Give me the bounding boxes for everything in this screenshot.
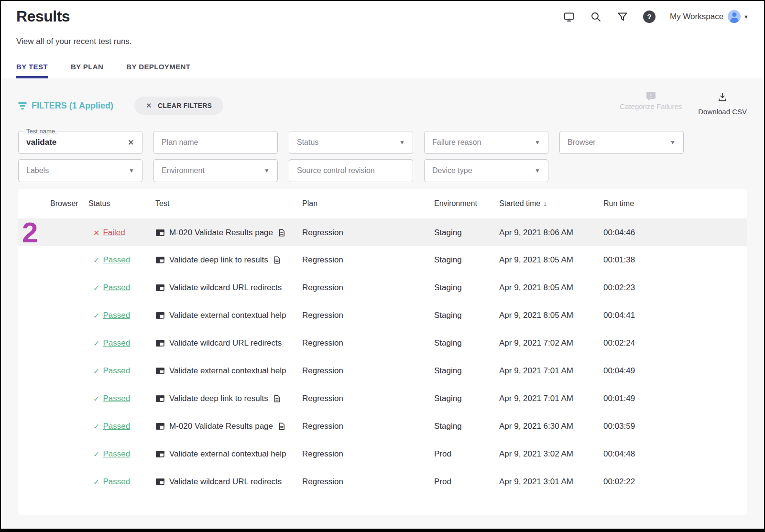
notes-doc-icon[interactable]	[277, 228, 286, 238]
plan-link[interactable]: Regression	[302, 338, 343, 347]
status-link[interactable]: Passed	[103, 449, 130, 459]
table-row[interactable]: ✓ Passed Validate wildcard URL redirects…	[18, 274, 747, 302]
status-link[interactable]: Passed	[103, 311, 130, 320]
table-row[interactable]: ✓ Passed Validate deep link to results R…	[18, 385, 747, 413]
run-time-cell: 00:04:48	[603, 449, 747, 459]
plan-link[interactable]: Regression	[302, 228, 343, 237]
table-body: 2 ✕ Failed M-020 Validate Results page R…	[18, 218, 747, 496]
filter-field-test-name[interactable]: Test namevalidate✕	[18, 131, 142, 154]
table-row[interactable]: ✓ Passed Validate external contextual he…	[18, 440, 747, 468]
filter-field-environment[interactable]: Environment▼	[153, 159, 278, 182]
status-link[interactable]: Passed	[103, 366, 130, 376]
test-name-link[interactable]: Validate external contextual help	[169, 449, 286, 459]
test-name-link[interactable]: Validate wildcard URL redirects	[169, 477, 282, 487]
plan-link[interactable]: Regression	[302, 255, 343, 264]
table-row[interactable]: ✓ Passed Validate external contextual he…	[18, 357, 747, 385]
plan-cell: Regression	[302, 449, 434, 459]
plan-link[interactable]: Regression	[302, 311, 343, 320]
status-link[interactable]: Passed	[103, 394, 130, 403]
test-name-link[interactable]: Validate wildcard URL redirects	[169, 338, 282, 348]
environment-cell: Staging	[434, 255, 499, 265]
page-header: Results ? My Workspace ▼ View all	[1, 1, 764, 78]
environment-cell: Staging	[434, 311, 499, 320]
display-icon[interactable]	[563, 11, 575, 23]
help-icon[interactable]: ?	[643, 11, 656, 23]
caret-down-icon: ▼	[743, 14, 749, 20]
plan-link[interactable]: Regression	[302, 394, 343, 403]
search-icon[interactable]	[590, 11, 602, 23]
plan-link[interactable]: Regression	[302, 449, 343, 458]
filter-field-labels[interactable]: Labels▼	[18, 159, 142, 182]
test-name-link[interactable]: M-020 Validate Results page	[169, 228, 273, 238]
plan-cell: Regression	[302, 477, 434, 487]
workspace-menu[interactable]: My Workspace ▼	[670, 10, 749, 23]
table-row[interactable]: ✓ Passed Validate external contextual he…	[18, 302, 747, 329]
filter-field-browser[interactable]: Browser▼	[559, 131, 684, 154]
categorize-failures-button[interactable]: ! Categorize Failures	[620, 92, 682, 116]
plan-cell: Regression	[302, 366, 434, 376]
status-cell: ✓ Passed	[88, 394, 155, 403]
column-header-run-time[interactable]: Run time	[603, 199, 747, 208]
table-row[interactable]: ✓ Passed Validate wildcard URL redirects…	[18, 329, 747, 357]
tab-by-test[interactable]: BY TEST	[16, 63, 48, 78]
filter-field-source-control-revision[interactable]: Source control revision	[289, 159, 413, 182]
column-header-browser[interactable]: Browser	[50, 199, 88, 208]
status-link[interactable]: Passed	[103, 338, 130, 348]
filter-field-plan-name[interactable]: Plan name	[153, 131, 278, 154]
plan-link[interactable]: Regression	[302, 477, 343, 486]
status-link[interactable]: Passed	[103, 422, 130, 431]
field-placeholder: Status	[297, 138, 318, 147]
clear-field-icon[interactable]: ✕	[128, 138, 134, 148]
notes-doc-icon[interactable]	[273, 255, 281, 265]
table-row[interactable]: ✓ Passed Validate wildcard URL redirects…	[18, 468, 747, 496]
plan-cell: Regression	[302, 283, 434, 293]
browser-cell	[50, 228, 88, 238]
test-name-link[interactable]: Validate deep link to results	[169, 394, 268, 403]
column-header-plan[interactable]: Plan	[302, 199, 434, 208]
filter-field-failure-reason[interactable]: Failure reason▼	[424, 131, 548, 154]
test-name-link[interactable]: M-020 Validate Results page	[169, 422, 273, 431]
run-time-cell: 00:01:49	[603, 394, 747, 403]
browser-cell	[50, 255, 88, 265]
status-link[interactable]: Passed	[103, 477, 130, 487]
plan-cell: Regression	[302, 394, 434, 403]
column-header-test[interactable]: Test	[155, 199, 302, 208]
plan-link[interactable]: Regression	[302, 422, 343, 431]
test-name-link[interactable]: Validate deep link to results	[169, 255, 268, 265]
notes-doc-icon[interactable]	[277, 422, 286, 431]
test-cell: Validate wildcard URL redirects	[155, 477, 302, 487]
browser-cell	[50, 338, 88, 348]
clear-filters-label: CLEAR FILTERS	[158, 102, 212, 109]
test-name-link[interactable]: Validate external contextual help	[169, 366, 286, 376]
browser-window-icon	[155, 255, 165, 265]
test-name-link[interactable]: Validate wildcard URL redirects	[169, 283, 282, 293]
chevron-down-icon: ▼	[399, 139, 405, 146]
test-cell: Validate wildcard URL redirects	[155, 283, 302, 293]
column-header-status[interactable]: Status	[88, 199, 155, 208]
plan-link[interactable]: Regression	[302, 283, 343, 292]
clear-filters-button[interactable]: ✕ CLEAR FILTERS	[134, 97, 223, 115]
browser-window-icon	[155, 311, 165, 320]
status-link[interactable]: Passed	[103, 255, 130, 265]
download-csv-button[interactable]: Download CSV	[698, 92, 747, 116]
notes-doc-icon[interactable]	[273, 394, 281, 403]
status-link[interactable]: Passed	[103, 283, 130, 293]
tab-by-plan[interactable]: BY PLAN	[71, 63, 103, 78]
table-row[interactable]: 2 ✕ Failed M-020 Validate Results page R…	[18, 218, 747, 246]
table-row[interactable]: ✓ Passed Validate deep link to results R…	[18, 246, 747, 274]
filter-field-status[interactable]: Status▼	[289, 131, 413, 154]
column-header-started-time[interactable]: Started time↓	[499, 199, 603, 208]
status-link[interactable]: Failed	[103, 228, 125, 238]
test-name-link[interactable]: Validate external contextual help	[169, 311, 286, 320]
filter-field-device-type[interactable]: Device type▼	[424, 159, 548, 182]
filter-funnel-icon[interactable]	[616, 11, 629, 23]
environment-cell: Staging	[434, 283, 499, 293]
column-header-environment[interactable]: Environment	[434, 199, 499, 208]
status-icon: ✓	[93, 478, 99, 487]
table-row[interactable]: ✓ Passed M-020 Validate Results page Reg…	[18, 413, 747, 440]
environment-cell: Staging	[434, 394, 499, 403]
plan-link[interactable]: Regression	[302, 366, 343, 375]
test-cell: Validate deep link to results	[155, 255, 302, 265]
status-icon: ✕	[93, 228, 99, 238]
tab-by-deployment[interactable]: BY DEPLOYMENT	[126, 63, 190, 78]
